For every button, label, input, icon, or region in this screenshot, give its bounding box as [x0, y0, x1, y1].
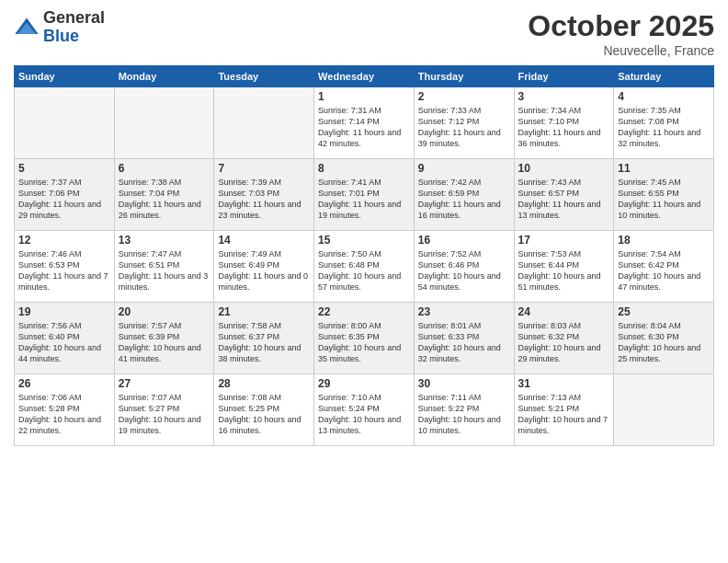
day-number: 21	[218, 305, 310, 318]
day-info: Sunrise: 8:01 AM Sunset: 6:33 PM Dayligh…	[418, 320, 510, 365]
logo-blue: Blue	[43, 28, 105, 46]
calendar-week-2: 12Sunrise: 7:46 AM Sunset: 6:53 PM Dayli…	[15, 231, 714, 303]
logo-icon	[14, 15, 40, 40]
calendar-cell: 12Sunrise: 7:46 AM Sunset: 6:53 PM Dayli…	[15, 231, 115, 303]
day-number: 16	[418, 234, 510, 247]
day-number: 13	[119, 234, 210, 247]
day-number: 23	[418, 305, 510, 318]
logo-general: General	[43, 9, 105, 28]
day-info: Sunrise: 7:10 AM Sunset: 5:24 PM Dayligh…	[318, 392, 410, 437]
month-title: October 2025	[528, 9, 714, 43]
day-info: Sunrise: 7:46 AM Sunset: 6:53 PM Dayligh…	[18, 248, 110, 293]
calendar-cell: 18Sunrise: 7:54 AM Sunset: 6:42 PM Dayli…	[614, 231, 714, 303]
calendar-week-4: 26Sunrise: 7:06 AM Sunset: 5:28 PM Dayli…	[15, 374, 714, 446]
day-number: 20	[119, 305, 210, 318]
day-number: 2	[418, 90, 510, 103]
calendar-week-3: 19Sunrise: 7:56 AM Sunset: 6:40 PM Dayli…	[15, 303, 714, 374]
calendar-cell: 11Sunrise: 7:45 AM Sunset: 6:55 PM Dayli…	[614, 159, 714, 231]
calendar-table: Sunday Monday Tuesday Wednesday Thursday…	[14, 65, 714, 446]
calendar-cell: 4Sunrise: 7:35 AM Sunset: 7:08 PM Daylig…	[614, 87, 714, 159]
col-saturday: Saturday	[614, 66, 714, 87]
day-number: 31	[518, 377, 610, 390]
calendar-cell: 1Sunrise: 7:31 AM Sunset: 7:14 PM Daylig…	[314, 87, 415, 159]
calendar-cell: 13Sunrise: 7:47 AM Sunset: 6:51 PM Dayli…	[114, 231, 214, 303]
page: General Blue October 2025 Neuvecelle, Fr…	[0, 0, 728, 563]
calendar-cell: 28Sunrise: 7:08 AM Sunset: 5:25 PM Dayli…	[214, 374, 314, 446]
day-info: Sunrise: 7:41 AM Sunset: 7:01 PM Dayligh…	[318, 177, 410, 222]
day-info: Sunrise: 7:06 AM Sunset: 5:28 PM Dayligh…	[18, 392, 110, 437]
day-number: 12	[18, 234, 110, 247]
day-info: Sunrise: 7:37 AM Sunset: 7:06 PM Dayligh…	[18, 177, 110, 222]
day-number: 30	[418, 377, 510, 390]
calendar-cell: 17Sunrise: 7:53 AM Sunset: 6:44 PM Dayli…	[514, 231, 614, 303]
logo-text: General Blue	[43, 9, 105, 46]
calendar-cell	[15, 87, 115, 159]
title-area: October 2025 Neuvecelle, France	[528, 9, 714, 58]
day-info: Sunrise: 7:42 AM Sunset: 6:59 PM Dayligh…	[418, 177, 510, 222]
day-number: 1	[318, 90, 410, 103]
day-number: 14	[218, 234, 310, 247]
day-number: 6	[119, 162, 210, 175]
day-number: 22	[318, 305, 410, 318]
day-info: Sunrise: 7:38 AM Sunset: 7:04 PM Dayligh…	[119, 177, 210, 222]
calendar-cell: 21Sunrise: 7:58 AM Sunset: 6:37 PM Dayli…	[214, 303, 314, 374]
calendar-cell: 14Sunrise: 7:49 AM Sunset: 6:49 PM Dayli…	[214, 231, 314, 303]
day-info: Sunrise: 7:54 AM Sunset: 6:42 PM Dayligh…	[618, 248, 710, 293]
day-number: 9	[418, 162, 510, 175]
day-info: Sunrise: 7:34 AM Sunset: 7:10 PM Dayligh…	[518, 105, 610, 150]
day-number: 3	[518, 90, 610, 103]
calendar-cell: 25Sunrise: 8:04 AM Sunset: 6:30 PM Dayli…	[614, 303, 714, 374]
calendar-header-row: Sunday Monday Tuesday Wednesday Thursday…	[15, 66, 714, 87]
day-info: Sunrise: 7:53 AM Sunset: 6:44 PM Dayligh…	[518, 248, 610, 293]
day-info: Sunrise: 7:07 AM Sunset: 5:27 PM Dayligh…	[119, 392, 210, 437]
day-info: Sunrise: 7:43 AM Sunset: 6:57 PM Dayligh…	[518, 177, 610, 222]
calendar-cell: 15Sunrise: 7:50 AM Sunset: 6:48 PM Dayli…	[314, 231, 415, 303]
day-info: Sunrise: 7:47 AM Sunset: 6:51 PM Dayligh…	[119, 248, 210, 293]
day-info: Sunrise: 7:50 AM Sunset: 6:48 PM Dayligh…	[318, 248, 410, 293]
day-info: Sunrise: 7:49 AM Sunset: 6:49 PM Dayligh…	[218, 248, 310, 293]
calendar-week-1: 5Sunrise: 7:37 AM Sunset: 7:06 PM Daylig…	[15, 159, 714, 231]
day-info: Sunrise: 7:13 AM Sunset: 5:21 PM Dayligh…	[518, 392, 610, 437]
day-info: Sunrise: 7:58 AM Sunset: 6:37 PM Dayligh…	[218, 320, 310, 365]
calendar-cell: 22Sunrise: 8:00 AM Sunset: 6:35 PM Dayli…	[314, 303, 415, 374]
col-monday: Monday	[114, 66, 214, 87]
col-wednesday: Wednesday	[314, 66, 415, 87]
calendar-cell: 6Sunrise: 7:38 AM Sunset: 7:04 PM Daylig…	[114, 159, 214, 231]
day-number: 7	[218, 162, 310, 175]
logo: General Blue	[14, 9, 105, 46]
calendar-cell: 31Sunrise: 7:13 AM Sunset: 5:21 PM Dayli…	[514, 374, 614, 446]
col-thursday: Thursday	[414, 66, 514, 87]
calendar-cell: 19Sunrise: 7:56 AM Sunset: 6:40 PM Dayli…	[15, 303, 115, 374]
col-friday: Friday	[514, 66, 614, 87]
day-info: Sunrise: 7:52 AM Sunset: 6:46 PM Dayligh…	[418, 248, 510, 293]
day-number: 26	[18, 377, 110, 390]
day-info: Sunrise: 8:04 AM Sunset: 6:30 PM Dayligh…	[618, 320, 710, 365]
day-number: 19	[18, 305, 110, 318]
col-tuesday: Tuesday	[214, 66, 314, 87]
day-number: 25	[618, 305, 710, 318]
calendar-cell: 26Sunrise: 7:06 AM Sunset: 5:28 PM Dayli…	[15, 374, 115, 446]
day-info: Sunrise: 7:35 AM Sunset: 7:08 PM Dayligh…	[618, 105, 710, 150]
calendar-cell	[114, 87, 214, 159]
calendar-cell: 29Sunrise: 7:10 AM Sunset: 5:24 PM Dayli…	[314, 374, 415, 446]
subtitle: Neuvecelle, France	[528, 43, 714, 58]
day-number: 24	[518, 305, 610, 318]
calendar-cell: 27Sunrise: 7:07 AM Sunset: 5:27 PM Dayli…	[114, 374, 214, 446]
day-number: 8	[318, 162, 410, 175]
day-number: 29	[318, 377, 410, 390]
calendar-cell: 10Sunrise: 7:43 AM Sunset: 6:57 PM Dayli…	[514, 159, 614, 231]
day-number: 15	[318, 234, 410, 247]
day-number: 11	[618, 162, 710, 175]
day-info: Sunrise: 7:56 AM Sunset: 6:40 PM Dayligh…	[18, 320, 110, 365]
calendar-cell: 7Sunrise: 7:39 AM Sunset: 7:03 PM Daylig…	[214, 159, 314, 231]
calendar-cell	[614, 374, 714, 446]
calendar-cell: 24Sunrise: 8:03 AM Sunset: 6:32 PM Dayli…	[514, 303, 614, 374]
day-info: Sunrise: 7:08 AM Sunset: 5:25 PM Dayligh…	[218, 392, 310, 437]
day-number: 27	[119, 377, 210, 390]
day-number: 10	[518, 162, 610, 175]
calendar-cell: 5Sunrise: 7:37 AM Sunset: 7:06 PM Daylig…	[15, 159, 115, 231]
day-info: Sunrise: 7:11 AM Sunset: 5:22 PM Dayligh…	[418, 392, 510, 437]
day-info: Sunrise: 8:00 AM Sunset: 6:35 PM Dayligh…	[318, 320, 410, 365]
col-sunday: Sunday	[15, 66, 115, 87]
day-info: Sunrise: 8:03 AM Sunset: 6:32 PM Dayligh…	[518, 320, 610, 365]
